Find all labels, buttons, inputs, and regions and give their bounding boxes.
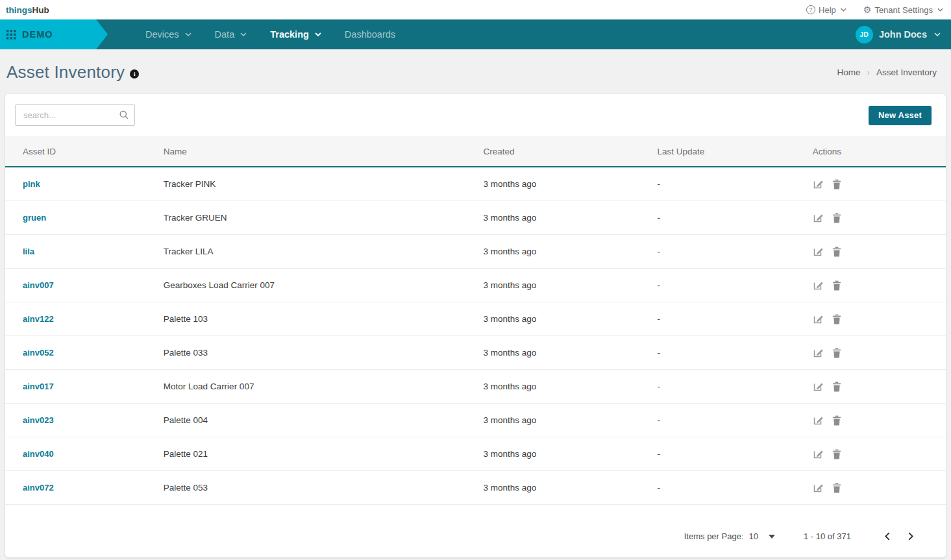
asset-name-cell: Palette 004 (156, 404, 476, 437)
asset-last-update-cell: - (650, 235, 805, 269)
edit-icon[interactable] (813, 448, 824, 459)
table-row: ainv072Palette 0533 months ago- (5, 471, 946, 505)
asset-table: Asset ID Name Created Last Update Action… (5, 136, 946, 505)
asset-inventory-card: New Asset Asset ID Name Created Last Upd… (5, 94, 946, 557)
asset-name-cell: Tracker GRUEN (156, 201, 476, 235)
table-header-row: Asset ID Name Created Last Update Action… (5, 136, 946, 167)
nav-items: Devices Data Tracking Dashboards (136, 19, 404, 49)
delete-icon[interactable] (832, 247, 841, 257)
edit-icon[interactable] (813, 178, 824, 189)
asset-id-link[interactable]: ainv017 (23, 382, 54, 391)
search-icon[interactable] (119, 110, 129, 123)
nav-item-label: Data (215, 29, 235, 40)
page-title: Asset Inventory (6, 62, 125, 82)
breadcrumb-home[interactable]: Home (837, 67, 861, 77)
asset-id-link[interactable]: gruen (23, 213, 46, 223)
table-row: ainv122Palette 1033 months ago- (5, 302, 946, 336)
delete-icon[interactable] (832, 449, 841, 459)
nav-item-tracking[interactable]: Tracking (261, 19, 330, 49)
logo-suffix: Hub (32, 5, 49, 15)
help-label: Help (819, 5, 836, 15)
gear-icon: ⚙ (863, 5, 872, 14)
column-header-created: Created (475, 136, 649, 167)
edit-icon[interactable] (813, 347, 824, 358)
top-bar: thingsHub Help ⚙ Tenant Settings (0, 0, 951, 19)
chevron-down-icon (937, 8, 943, 12)
breadcrumb: Home › Asset Inventory (837, 67, 937, 77)
delete-icon[interactable] (832, 213, 841, 223)
tenant-settings-label: Tenant Settings (874, 5, 933, 15)
nav-item-data[interactable]: Data (206, 19, 256, 49)
asset-last-update-cell: - (650, 437, 805, 471)
nav-item-label: Dashboards (345, 29, 395, 40)
asset-created-cell: 3 months ago (475, 437, 649, 471)
asset-id-link[interactable]: lila (23, 247, 34, 256)
avatar: JD (856, 26, 873, 43)
chevron-down-icon (240, 32, 247, 36)
asset-last-update-cell: - (650, 167, 805, 201)
nav-item-dashboards[interactable]: Dashboards (336, 19, 404, 49)
delete-icon[interactable] (832, 280, 841, 291)
asset-id-link[interactable]: ainv052 (23, 348, 54, 358)
asset-last-update-cell: - (650, 201, 805, 235)
asset-created-cell: 3 months ago (475, 404, 649, 437)
pagination-range: 1 - 10 of 371 (804, 531, 851, 541)
table-row: pinkTracker PINK3 months ago- (5, 167, 946, 201)
asset-name-cell: Palette 053 (156, 471, 476, 505)
next-page-button[interactable] (906, 531, 916, 542)
grid-icon (6, 30, 16, 40)
user-menu[interactable]: JD John Docs (856, 26, 941, 43)
asset-id-link[interactable]: ainv122 (23, 314, 54, 324)
table-row: ainv017Motor Load Carrier 0073 months ag… (5, 370, 946, 404)
asset-name-cell: Palette 033 (156, 336, 476, 370)
asset-last-update-cell: - (650, 471, 805, 505)
asset-last-update-cell: - (650, 370, 805, 404)
asset-id-link[interactable]: ainv023 (23, 415, 54, 425)
edit-icon[interactable] (813, 313, 824, 324)
delete-icon[interactable] (832, 483, 841, 493)
edit-icon[interactable] (813, 246, 824, 257)
help-menu[interactable]: Help (806, 5, 846, 15)
nav-item-label: Devices (145, 29, 179, 40)
table-row: ainv052Palette 0333 months ago- (5, 336, 946, 370)
edit-icon[interactable] (813, 280, 824, 291)
card-toolbar: New Asset (5, 104, 946, 126)
breadcrumb-separator-icon: › (867, 67, 870, 77)
tenant-selector[interactable]: DEMO (0, 19, 108, 49)
info-icon[interactable] (130, 69, 139, 79)
delete-icon[interactable] (832, 382, 841, 392)
chevron-down-icon (934, 32, 941, 36)
edit-icon[interactable] (813, 482, 824, 493)
main-navbar: DEMO Devices Data Tracking Dashboards JD… (0, 19, 951, 49)
search-input[interactable] (15, 104, 135, 126)
asset-last-update-cell: - (650, 336, 805, 370)
new-asset-button[interactable]: New Asset (869, 106, 932, 125)
app-logo[interactable]: thingsHub (6, 5, 49, 15)
delete-icon[interactable] (832, 314, 841, 324)
table-row: ainv007Gearboxes Load Carrier 0073 month… (5, 269, 946, 302)
column-header-asset-id: Asset ID (5, 136, 156, 167)
asset-id-link[interactable]: pink (23, 179, 40, 189)
delete-icon[interactable] (832, 179, 841, 189)
asset-name-cell: Gearboxes Load Carrier 007 (156, 269, 476, 302)
nav-item-devices[interactable]: Devices (136, 19, 201, 49)
table-row: ainv040Palette 0213 months ago- (5, 437, 946, 471)
tenant-settings-menu[interactable]: ⚙ Tenant Settings (863, 5, 943, 15)
column-header-last-update: Last Update (650, 136, 805, 167)
asset-created-cell: 3 months ago (475, 201, 649, 235)
asset-id-link[interactable]: ainv007 (23, 280, 54, 290)
asset-name-cell: Palette 103 (156, 302, 476, 336)
delete-icon[interactable] (832, 415, 841, 426)
nav-item-label: Tracking (270, 29, 309, 40)
edit-icon[interactable] (813, 381, 824, 392)
asset-name-cell: Tracker PINK (156, 167, 476, 201)
table-row: gruenTracker GRUEN3 months ago- (5, 201, 946, 235)
previous-page-button[interactable] (882, 531, 892, 542)
table-row: lilaTracker LILA3 months ago- (5, 235, 946, 269)
asset-id-link[interactable]: ainv072 (23, 483, 54, 493)
edit-icon[interactable] (813, 212, 824, 223)
asset-id-link[interactable]: ainv040 (23, 449, 54, 459)
delete-icon[interactable] (832, 348, 841, 358)
edit-icon[interactable] (813, 415, 824, 426)
items-per-page-select[interactable]: 10 (749, 531, 775, 541)
